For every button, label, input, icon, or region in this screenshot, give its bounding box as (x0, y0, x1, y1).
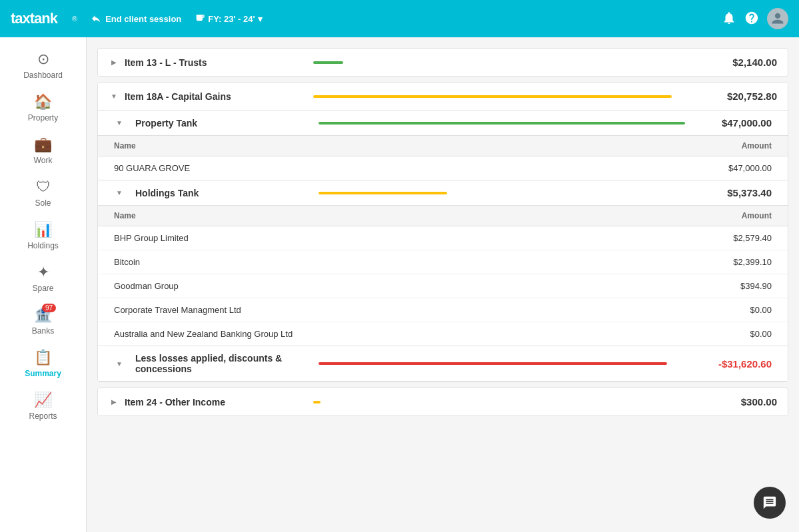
item24-bar-container (313, 400, 690, 404)
sole-icon: 🛡 (36, 178, 51, 196)
end-session-button[interactable]: End client session (91, 13, 181, 24)
holding-row-amount: $2,399.10 (614, 250, 788, 274)
holdings-tank-table: Name Amount BHP Group Limited$2,579.40Bi… (98, 206, 788, 346)
sidebar-item-property[interactable]: 🏠 Property (0, 87, 86, 129)
item18a-row: ▼ Item 18A - Capital Gains $20,752.80 (98, 83, 788, 111)
table-row: Corporate Travel Managment Ltd$0.00 (98, 298, 788, 322)
holding-row-name: BHP Group Limited (98, 226, 614, 250)
holdings-tank-title: Holdings Tank (135, 188, 319, 198)
table-row: Australia and New Zealand Banking Group … (98, 322, 788, 346)
holding-row-amount: $0.00 (614, 298, 788, 322)
sidebar-label-dashboard: Dashboard (23, 71, 63, 80)
logo: taxtank (11, 10, 57, 27)
table-row: 90 GUARA GROVE $47,000.00 (98, 156, 788, 180)
avatar[interactable] (767, 8, 788, 29)
less-losses-amount: -$31,620.60 (685, 358, 772, 370)
reports-icon: 📈 (34, 392, 52, 409)
item18a-bar (313, 95, 672, 98)
fy-selector[interactable]: FY: 23' - 24' ▾ (195, 13, 262, 24)
item18a-expand[interactable]: ▼ (109, 91, 119, 102)
item24-card: ▶ Item 24 - Other Income $300.00 (97, 388, 788, 416)
property-row-name: 90 GUARA GROVE (98, 156, 504, 180)
property-tank-section: ▼ Property Tank $47,000.00 Name Amount 9… (98, 111, 788, 180)
sidebar-item-spare[interactable]: ✦ Spare (0, 257, 86, 300)
item24-expand[interactable]: ▶ (109, 397, 119, 407)
help-icon[interactable] (744, 11, 759, 27)
less-losses-title: Less losses applied, discounts & concess… (135, 353, 319, 374)
notification-icon[interactable] (722, 11, 736, 27)
item13-amount: $2,140.00 (690, 57, 777, 68)
end-session-label: End client session (105, 14, 181, 24)
less-losses-bar-container (319, 362, 685, 366)
holding-row-name: Australia and New Zealand Banking Group … (98, 322, 614, 346)
logo-reg: ® (72, 15, 77, 23)
holdings-icon: 📊 (34, 221, 52, 238)
property-tank-bar (319, 122, 685, 125)
topnav: taxtank ® End client session FY: 23' - 2… (0, 0, 799, 37)
holdings-col-amount: Amount (614, 206, 788, 226)
table-row: Bitcoin$2,399.10 (98, 250, 788, 274)
item24-row: ▶ Item 24 - Other Income $300.00 (98, 388, 788, 415)
item13-card: ▶ Item 13 - L - Trusts $2,140.00 (97, 48, 788, 77)
holdings-tank-section: ▼ Holdings Tank $5,373.40 Name Amount BH… (98, 180, 788, 346)
sidebar-label-summary: Summary (25, 369, 61, 378)
sidebar-label-banks: Banks (32, 326, 54, 336)
item24-amount: $300.00 (690, 396, 777, 407)
property-tank-amount: $47,000.00 (685, 117, 772, 129)
sidebar-item-banks[interactable]: 🏦 97 Banks (0, 300, 86, 342)
work-icon: 💼 (34, 136, 52, 153)
sidebar-label-property: Property (28, 113, 58, 123)
holdings-tank-amount: $5,373.40 (685, 187, 772, 198)
property-tank-col-name: Name (98, 136, 504, 156)
property-tank-bar-container (319, 121, 685, 125)
banks-badge: 97 (42, 304, 56, 312)
holdings-col-name: Name (98, 206, 614, 226)
chat-bubble[interactable] (754, 487, 786, 519)
sidebar-label-reports: Reports (29, 411, 57, 421)
holdings-tank-expand[interactable]: ▼ (114, 188, 125, 198)
fy-label: FY: 23' - 24' (208, 14, 255, 24)
sidebar: ⊙ Dashboard 🏠 Property 💼 Work 🛡 Sole 📊 H… (0, 37, 87, 532)
fy-chevron: ▾ (258, 14, 263, 24)
sidebar-item-holdings[interactable]: 📊 Holdings (0, 214, 86, 257)
item13-title: Item 13 - L - Trusts (125, 57, 313, 68)
item13-bar (313, 61, 343, 64)
sidebar-label-spare: Spare (32, 284, 53, 293)
sidebar-item-reports[interactable]: 📈 Reports (0, 385, 86, 427)
less-losses-expand[interactable]: ▼ (114, 358, 125, 369)
property-tank-col-amount: Amount (504, 136, 788, 156)
item18a-amount: $20,752.80 (690, 91, 777, 102)
item24-bar (313, 401, 321, 403)
property-icon: 🏠 (34, 93, 52, 111)
holdings-tank-bar (319, 192, 447, 194)
item13-row: ▶ Item 13 - L - Trusts $2,140.00 (98, 49, 788, 76)
property-row-amount: $47,000.00 (504, 156, 788, 180)
property-tank-table: Name Amount 90 GUARA GROVE $47,000.00 (98, 136, 788, 180)
sidebar-item-work[interactable]: 💼 Work (0, 129, 86, 172)
holding-row-name: Bitcoin (98, 250, 614, 274)
holding-row-amount: $2,579.40 (614, 226, 788, 250)
holdings-tank-header: ▼ Holdings Tank $5,373.40 (98, 180, 788, 206)
item13-bar-container (313, 61, 690, 65)
item24-title: Item 24 - Other Income (125, 397, 313, 407)
holdings-tank-bar-container (319, 191, 685, 195)
property-tank-expand[interactable]: ▼ (114, 118, 125, 129)
holding-row-name: Goodman Group (98, 274, 614, 298)
table-row: BHP Group Limited$2,579.40 (98, 226, 788, 250)
sidebar-label-work: Work (34, 156, 53, 165)
item18a-card: ▼ Item 18A - Capital Gains $20,752.80 ▼ … (97, 82, 788, 382)
main-content: ▶ Item 13 - L - Trusts $2,140.00 ▼ Item … (87, 37, 799, 532)
table-row: Goodman Group$394.90 (98, 274, 788, 298)
summary-icon: 📋 (34, 349, 52, 366)
sidebar-item-summary[interactable]: 📋 Summary (0, 342, 86, 385)
dashboard-icon: ⊙ (37, 51, 49, 68)
less-losses-section: ▼ Less losses applied, discounts & conce… (98, 346, 788, 382)
sidebar-item-dashboard[interactable]: ⊙ Dashboard (0, 44, 86, 87)
item18a-bar-container (313, 95, 690, 99)
sidebar-item-sole[interactable]: 🛡 Sole (0, 172, 86, 214)
property-tank-title: Property Tank (135, 118, 319, 129)
less-losses-bar (319, 362, 667, 365)
spare-icon: ✦ (37, 264, 49, 281)
holding-row-amount: $394.90 (614, 274, 788, 298)
item13-expand[interactable]: ▶ (109, 57, 119, 68)
